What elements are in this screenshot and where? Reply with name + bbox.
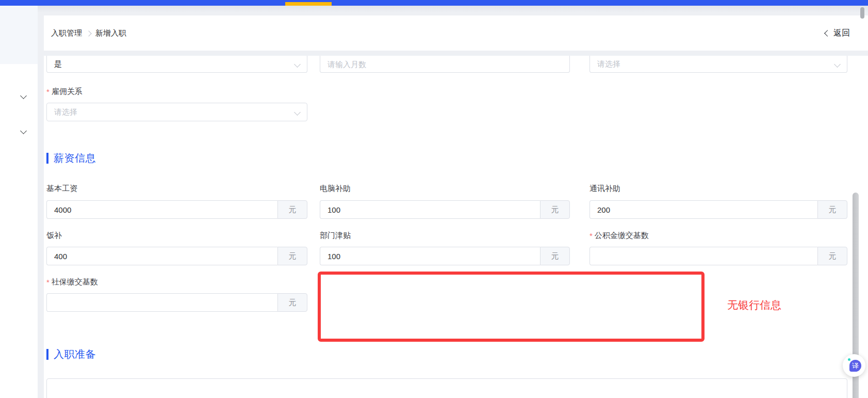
breadcrumb-item-new-onboarding: 新增入职 <box>95 28 126 38</box>
computer-subsidy-input[interactable] <box>320 200 540 219</box>
label-text: 饭补 <box>46 231 62 241</box>
translate-glyph: 译 <box>852 361 859 371</box>
select-placeholder: 请选择 <box>54 107 291 117</box>
label-text: 部门津贴 <box>320 231 351 241</box>
section-accent-bar <box>46 153 48 164</box>
chevron-right-icon <box>86 30 91 36</box>
onboarding-section-title: 入职准备 <box>54 347 96 361</box>
salary-section-header: 薪资信息 <box>46 151 96 165</box>
sidebar-top-block <box>0 6 38 64</box>
base-salary-input[interactable] <box>46 200 277 219</box>
department-allowance-input[interactable] <box>320 247 540 265</box>
unit-addon: 元 <box>277 200 307 219</box>
computer-subsidy-label: 电脑补助 <box>320 183 351 194</box>
label-text: 雇佣关系 <box>52 87 83 97</box>
department-allowance-label: 部门津贴 <box>320 230 351 241</box>
select-placeholder: 请选择 <box>597 59 831 69</box>
onboarding-section-header: 入职准备 <box>46 347 96 361</box>
communication-subsidy-label: 通讯补助 <box>589 183 620 194</box>
social-security-base-label: * 社保缴交基数 <box>46 277 98 287</box>
department-allowance-field: 元 <box>320 247 570 265</box>
communication-subsidy-input[interactable] <box>589 200 817 219</box>
unit-addon: 元 <box>817 247 847 265</box>
required-marker: * <box>46 87 50 96</box>
months-input[interactable] <box>320 56 570 73</box>
select-value: 是 <box>54 59 291 69</box>
active-tab-indicator[interactable] <box>285 2 332 6</box>
annotation-note: 无银行信息 <box>727 298 781 312</box>
communication-subsidy-field: 元 <box>589 200 847 219</box>
app-window: 入职管理 新增入职 返回 是 请选择 * 雇佣关系 请选择 薪资信息 基本工资 <box>0 0 868 398</box>
section-accent-bar <box>46 349 48 360</box>
housing-fund-base-label: * 公积金缴交基数 <box>589 230 649 241</box>
chevron-down-icon <box>294 61 301 68</box>
label-text: 社保缴交基数 <box>52 277 98 287</box>
label-text: 公积金缴交基数 <box>595 231 649 241</box>
housing-fund-base-input[interactable] <box>589 247 817 265</box>
chevron-down-icon <box>20 92 27 99</box>
housing-fund-base-field: 元 <box>589 247 847 265</box>
header-shadow-strip <box>38 6 868 15</box>
translate-floating-button[interactable]: 译 <box>843 354 865 377</box>
top-row-select-yes[interactable]: 是 <box>46 56 307 73</box>
sidebar-expand-button-2[interactable] <box>19 126 30 138</box>
sidebar <box>0 6 38 398</box>
label-text: 基本工资 <box>46 184 77 194</box>
unit-addon: 元 <box>277 247 307 265</box>
breadcrumb-item-onboarding-management[interactable]: 入职管理 <box>51 28 82 38</box>
annotation-red-rectangle <box>318 272 705 342</box>
required-marker: * <box>46 278 50 286</box>
onboarding-prep-textarea[interactable] <box>46 378 847 398</box>
unit-addon: 元 <box>540 200 570 219</box>
breadcrumb-panel: 入职管理 新增入职 返回 <box>44 15 868 51</box>
sidebar-expand-button-1[interactable] <box>19 91 30 103</box>
chevron-left-icon <box>824 30 831 37</box>
meal-subsidy-field: 元 <box>46 247 307 265</box>
unit-addon: 元 <box>817 200 847 219</box>
label-text: 通讯补助 <box>589 184 620 194</box>
scrollbar-top-thumb[interactable] <box>860 7 864 19</box>
top-navigation-bar <box>0 0 868 6</box>
back-button[interactable]: 返回 <box>825 27 850 39</box>
employment-relation-select[interactable]: 请选择 <box>46 103 307 121</box>
translate-dot-icon <box>848 358 850 361</box>
chevron-down-icon <box>20 128 27 134</box>
social-security-base-field: 元 <box>46 293 307 312</box>
base-salary-field: 元 <box>46 200 307 219</box>
computer-subsidy-field: 元 <box>320 200 570 219</box>
unit-addon: 元 <box>540 247 570 265</box>
breadcrumb: 入职管理 新增入职 <box>51 28 126 39</box>
chevron-down-icon <box>834 61 841 68</box>
base-salary-label: 基本工资 <box>46 183 77 194</box>
translate-icon: 译 <box>849 360 861 372</box>
social-security-base-input[interactable] <box>46 293 277 312</box>
employment-relation-label: * 雇佣关系 <box>46 86 83 97</box>
back-button-label: 返回 <box>833 28 850 39</box>
meal-subsidy-input[interactable] <box>46 247 277 265</box>
top-row-select[interactable]: 请选择 <box>589 56 847 73</box>
required-marker: * <box>589 231 593 240</box>
label-text: 电脑补助 <box>320 184 351 194</box>
chevron-down-icon <box>294 109 301 116</box>
unit-addon: 元 <box>277 293 307 312</box>
salary-section-title: 薪资信息 <box>54 151 96 165</box>
meal-subsidy-label: 饭补 <box>46 230 62 241</box>
